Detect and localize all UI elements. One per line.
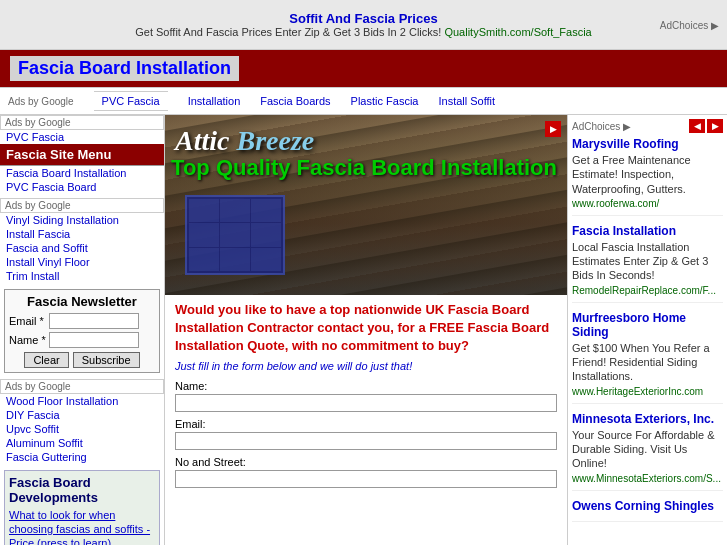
top-banner-content: Soffit And Fascia Prices Get Soffit And … — [135, 11, 592, 38]
newsletter-email-input[interactable] — [49, 313, 139, 329]
center-content: Attic Breeze ▶ Top Quality Fascia Board … — [165, 115, 567, 545]
newsletter-buttons: Clear Subscribe — [9, 352, 155, 368]
ad-install-fascia[interactable]: Install Fascia — [0, 227, 164, 241]
form-street-label: No and Street: — [175, 456, 557, 468]
sidebar-ads-google-2: Ads by Google — [0, 198, 164, 213]
menu-link-installation[interactable]: Fascia Board Installation — [0, 166, 164, 180]
right-ad-title-5[interactable]: Owens Corning Shingles — [572, 499, 723, 513]
right-ad-minnesota: Minnesota Exteriors, Inc. Your Source Fo… — [572, 412, 723, 491]
adchoices-top-label: AdChoices ▶ — [660, 20, 719, 31]
right-ad-text-4: Your Source For Affordable & Durable Sid… — [572, 428, 723, 471]
newsletter-name-label: Name * — [9, 334, 49, 346]
nav-link-installation[interactable]: Installation — [188, 95, 241, 107]
hero-badge: ▶ — [545, 121, 561, 137]
newsletter-title: Fascia Newsletter — [9, 294, 155, 309]
ad-vinyl-siding[interactable]: Vinyl Siding Installation — [0, 213, 164, 227]
ad-upvc-soffit[interactable]: Upvc Soffit — [0, 422, 164, 436]
right-ad-url-1: www.rooferwa.com/ — [572, 198, 723, 209]
prev-arrow-button[interactable]: ◀ — [689, 119, 705, 133]
ad-trim-install[interactable]: Trim Install — [0, 269, 164, 283]
newsletter-name-row: Name * — [9, 332, 155, 348]
newsletter-box: Fascia Newsletter Email * Name * Clear S… — [4, 289, 160, 373]
top-ad-url[interactable]: QualitySmith.com/Soft_Fascia — [444, 26, 591, 38]
right-ad-url-4: www.MinnesotaExteriors.com/S... — [572, 473, 723, 484]
hero-overlay-text: Top Quality Fascia Board Installation — [171, 155, 557, 181]
right-ad-text-1: Get a Free Maintenance Estimate! Inspect… — [572, 153, 723, 196]
nav-link-boards[interactable]: Fascia Boards — [260, 95, 330, 107]
nav-arrows: ◀ ▶ — [689, 119, 723, 133]
main-layout: Ads by Google PVC Fascia Fascia Site Men… — [0, 115, 727, 545]
nav-link-plastic[interactable]: Plastic Fascia — [351, 95, 419, 107]
newsletter-email-row: Email * — [9, 313, 155, 329]
right-ad-fascia-install: Fascia Installation Local Fascia Install… — [572, 224, 723, 303]
sidebar-ads-google-3: Ads by Google — [0, 379, 164, 394]
main-subtext: Just fill in the form below and we will … — [175, 360, 557, 372]
top-ad-title[interactable]: Soffit And Fascia Prices — [135, 11, 592, 26]
fascia-dev-box: Fascia Board Developments What to look f… — [4, 470, 160, 545]
right-ad-url-2: RemodelRepairReplace.com/F... — [572, 285, 723, 296]
site-menu-title: Fascia Site Menu — [0, 144, 164, 166]
form-name-input[interactable] — [175, 394, 557, 412]
form-email-input[interactable] — [175, 432, 557, 450]
ad-fascia-soffit[interactable]: Fascia and Soffit — [0, 241, 164, 255]
right-ad-title-2[interactable]: Fascia Installation — [572, 224, 723, 238]
right-ad-title-4[interactable]: Minnesota Exteriors, Inc. — [572, 412, 723, 426]
contact-form: Name: Email: No and Street: — [175, 380, 557, 494]
sidebar-ads-google-1: Ads by Google — [0, 115, 164, 130]
next-arrow-button[interactable]: ▶ — [707, 119, 723, 133]
nav-link-pvc[interactable]: PVC Fascia — [94, 91, 168, 111]
ad-diy-fascia[interactable]: DIY Fascia — [0, 408, 164, 422]
ad-fascia-guttering[interactable]: Fascia Guttering — [0, 450, 164, 464]
ad-aluminum-soffit[interactable]: Aluminum Soffit — [0, 436, 164, 450]
nav-link-soffit[interactable]: Install Soffit — [438, 95, 495, 107]
right-ad-title-3[interactable]: Murfreesboro Home Siding — [572, 311, 723, 339]
right-ad-owens: Owens Corning Shingles — [572, 499, 723, 522]
sidebar-link-pvc-fascia[interactable]: PVC Fascia — [0, 130, 164, 144]
hero-logo: Attic Breeze — [175, 125, 314, 157]
right-ad-text-3: Get $100 When You Refer a Friend! Reside… — [572, 341, 723, 384]
nav-ads-label: Ads by Google — [8, 96, 74, 107]
form-street-input[interactable] — [175, 470, 557, 488]
menu-link-pvc-board[interactable]: PVC Fascia Board — [0, 180, 164, 194]
clear-button[interactable]: Clear — [24, 352, 68, 368]
center-hero: Attic Breeze ▶ Top Quality Fascia Board … — [165, 115, 567, 295]
fascia-dev-title: Fascia Board Developments — [9, 475, 155, 505]
left-sidebar: Ads by Google PVC Fascia Fascia Site Men… — [0, 115, 165, 545]
adchoices-bar: AdChoices ▶ ◀ ▶ — [572, 119, 723, 133]
ad-wood-floor[interactable]: Wood Floor Installation — [0, 394, 164, 408]
top-ad-text: Get Soffit And Fascia Prices Enter Zip &… — [135, 26, 592, 38]
newsletter-email-label: Email * — [9, 315, 49, 327]
top-banner: Soffit And Fascia Prices Get Soffit And … — [0, 0, 727, 50]
form-email-label: Email: — [175, 418, 557, 430]
newsletter-name-input[interactable] — [49, 332, 139, 348]
center-body: Would you like to have a top nationwide … — [165, 295, 567, 500]
right-ad-marysville: Marysville Roofing Get a Free Maintenanc… — [572, 137, 723, 216]
form-name-label: Name: — [175, 380, 557, 392]
right-ad-url-3: www.HeritageExteriorInc.com — [572, 386, 723, 397]
site-title: Fascia Board Installation — [10, 56, 239, 81]
main-question: Would you like to have a top nationwide … — [175, 301, 557, 356]
right-sidebar: AdChoices ▶ ◀ ▶ Marysville Roofing Get a… — [567, 115, 727, 545]
adchoices-label: AdChoices ▶ — [572, 121, 631, 132]
right-ad-title-1[interactable]: Marysville Roofing — [572, 137, 723, 151]
nav-bar: Ads by Google PVC Fascia Installation Fa… — [0, 87, 727, 115]
fascia-dev-text[interactable]: What to look for when choosing fascias a… — [9, 509, 150, 545]
ad-install-vinyl[interactable]: Install Vinyl Floor — [0, 255, 164, 269]
right-ad-text-2: Local Fascia Installation Estimates Ente… — [572, 240, 723, 283]
subscribe-button[interactable]: Subscribe — [73, 352, 140, 368]
site-header: Fascia Board Installation — [0, 50, 727, 87]
right-ad-murfreesboro: Murfreesboro Home Siding Get $100 When Y… — [572, 311, 723, 404]
